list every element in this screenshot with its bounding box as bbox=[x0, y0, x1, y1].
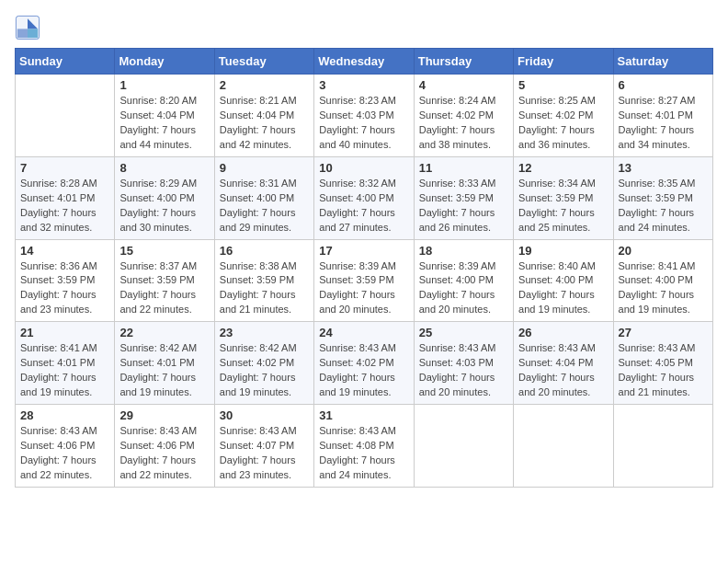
daylight-text: Daylight: 7 hours and 23 minutes. bbox=[20, 289, 97, 315]
logo bbox=[15, 15, 44, 40]
daylight-text: Daylight: 7 hours and 22 minutes. bbox=[119, 454, 196, 480]
day-info: Sunrise: 8:21 AMSunset: 4:04 PMDaylight:… bbox=[220, 94, 309, 153]
day-of-week-header: Tuesday bbox=[214, 49, 313, 75]
logo-icon bbox=[15, 15, 40, 40]
daylight-text: Daylight: 7 hours and 19 minutes. bbox=[319, 372, 395, 397]
daylight-text: Daylight: 7 hours and 29 minutes. bbox=[220, 207, 296, 233]
calendar-week-row: 14Sunrise: 8:36 AMSunset: 3:59 PMDayligh… bbox=[16, 239, 713, 322]
calendar-cell: 25Sunrise: 8:43 AMSunset: 4:03 PMDayligh… bbox=[414, 322, 513, 405]
day-info: Sunrise: 8:23 AMSunset: 4:03 PMDaylight:… bbox=[319, 94, 408, 153]
sunset-text: Sunset: 3:59 PM bbox=[220, 274, 294, 285]
calendar-cell: 8Sunrise: 8:29 AMSunset: 4:00 PMDaylight… bbox=[115, 156, 214, 239]
sunrise-text: Sunrise: 8:43 AM bbox=[518, 342, 596, 353]
svg-marker-3 bbox=[17, 29, 28, 38]
sunrise-text: Sunrise: 8:42 AM bbox=[220, 342, 297, 353]
calendar-cell: 10Sunrise: 8:32 AMSunset: 4:00 PMDayligh… bbox=[314, 156, 414, 239]
sunset-text: Sunset: 4:04 PM bbox=[119, 109, 194, 121]
daylight-text: Daylight: 7 hours and 20 minutes. bbox=[419, 289, 495, 315]
sunset-text: Sunset: 4:02 PM bbox=[518, 109, 593, 121]
sunset-text: Sunset: 3:59 PM bbox=[619, 192, 693, 203]
calendar-cell: 27Sunrise: 8:43 AMSunset: 4:05 PMDayligh… bbox=[613, 322, 712, 405]
day-info: Sunrise: 8:33 AMSunset: 3:59 PMDaylight:… bbox=[419, 177, 508, 236]
daylight-text: Daylight: 7 hours and 21 minutes. bbox=[619, 372, 695, 397]
daylight-text: Daylight: 7 hours and 19 minutes. bbox=[220, 372, 296, 397]
day-info: Sunrise: 8:35 AMSunset: 3:59 PMDaylight:… bbox=[619, 177, 708, 236]
day-number: 24 bbox=[319, 326, 408, 339]
sunset-text: Sunset: 4:04 PM bbox=[220, 109, 294, 121]
day-number: 4 bbox=[419, 78, 508, 92]
day-number: 3 bbox=[319, 78, 408, 92]
calendar-cell: 7Sunrise: 8:28 AMSunset: 4:01 PMDaylight… bbox=[16, 156, 115, 239]
sunrise-text: Sunrise: 8:42 AM bbox=[119, 342, 197, 353]
daylight-text: Daylight: 7 hours and 27 minutes. bbox=[319, 207, 395, 233]
calendar-cell: 22Sunrise: 8:42 AMSunset: 4:01 PMDayligh… bbox=[115, 322, 214, 405]
day-number: 27 bbox=[619, 326, 708, 339]
sunrise-text: Sunrise: 8:43 AM bbox=[319, 342, 396, 353]
day-info: Sunrise: 8:43 AMSunset: 4:05 PMDaylight:… bbox=[619, 341, 708, 400]
day-info: Sunrise: 8:29 AMSunset: 4:00 PMDaylight:… bbox=[119, 177, 209, 236]
day-info: Sunrise: 8:43 AMSunset: 4:07 PMDaylight:… bbox=[220, 424, 309, 483]
day-number: 18 bbox=[419, 244, 508, 258]
sunset-text: Sunset: 4:06 PM bbox=[119, 440, 194, 451]
calendar-cell: 18Sunrise: 8:39 AMSunset: 4:00 PMDayligh… bbox=[414, 239, 513, 322]
day-info: Sunrise: 8:43 AMSunset: 4:08 PMDaylight:… bbox=[319, 424, 408, 483]
day-number: 29 bbox=[119, 408, 209, 422]
sunrise-text: Sunrise: 8:34 AM bbox=[518, 178, 596, 189]
sunset-text: Sunset: 4:00 PM bbox=[319, 192, 393, 203]
day-number: 13 bbox=[619, 161, 708, 175]
calendar-header-row: SundayMondayTuesdayWednesdayThursdayFrid… bbox=[16, 49, 713, 75]
sunset-text: Sunset: 4:06 PM bbox=[20, 440, 95, 451]
day-number: 10 bbox=[319, 161, 408, 175]
calendar-cell: 17Sunrise: 8:39 AMSunset: 3:59 PMDayligh… bbox=[314, 239, 414, 322]
sunset-text: Sunset: 4:03 PM bbox=[419, 357, 494, 368]
daylight-text: Daylight: 7 hours and 21 minutes. bbox=[220, 289, 296, 315]
day-number: 28 bbox=[20, 408, 109, 422]
day-info: Sunrise: 8:36 AMSunset: 3:59 PMDaylight:… bbox=[20, 259, 109, 318]
daylight-text: Daylight: 7 hours and 19 minutes. bbox=[619, 289, 695, 315]
day-number: 23 bbox=[220, 326, 309, 339]
sunrise-text: Sunrise: 8:43 AM bbox=[220, 425, 297, 436]
sunset-text: Sunset: 4:00 PM bbox=[419, 274, 494, 285]
sunset-text: Sunset: 4:02 PM bbox=[319, 357, 393, 368]
sunrise-text: Sunrise: 8:20 AM bbox=[119, 95, 197, 106]
day-info: Sunrise: 8:28 AMSunset: 4:01 PMDaylight:… bbox=[20, 177, 109, 236]
sunset-text: Sunset: 4:00 PM bbox=[619, 274, 693, 285]
daylight-text: Daylight: 7 hours and 20 minutes. bbox=[319, 289, 395, 315]
sunrise-text: Sunrise: 8:43 AM bbox=[619, 342, 696, 353]
calendar-cell: 29Sunrise: 8:43 AMSunset: 4:06 PMDayligh… bbox=[115, 405, 214, 488]
sunset-text: Sunset: 4:01 PM bbox=[20, 357, 95, 368]
day-number: 17 bbox=[319, 244, 408, 258]
calendar-cell: 9Sunrise: 8:31 AMSunset: 4:00 PMDaylight… bbox=[214, 156, 313, 239]
day-number: 19 bbox=[518, 244, 608, 258]
day-info: Sunrise: 8:20 AMSunset: 4:04 PMDaylight:… bbox=[119, 94, 209, 153]
sunrise-text: Sunrise: 8:23 AM bbox=[319, 95, 396, 106]
sunrise-text: Sunrise: 8:24 AM bbox=[419, 95, 496, 106]
day-info: Sunrise: 8:43 AMSunset: 4:06 PMDaylight:… bbox=[119, 424, 209, 483]
calendar-week-row: 1Sunrise: 8:20 AMSunset: 4:04 PMDaylight… bbox=[16, 75, 713, 157]
day-of-week-header: Sunday bbox=[16, 49, 115, 75]
calendar-cell: 13Sunrise: 8:35 AMSunset: 3:59 PMDayligh… bbox=[613, 156, 712, 239]
calendar-cell: 1Sunrise: 8:20 AMSunset: 4:04 PMDaylight… bbox=[115, 75, 214, 157]
daylight-text: Daylight: 7 hours and 22 minutes. bbox=[20, 454, 97, 480]
page-header bbox=[15, 15, 713, 40]
day-number: 25 bbox=[419, 326, 508, 339]
sunset-text: Sunset: 4:03 PM bbox=[319, 109, 393, 121]
calendar-cell: 6Sunrise: 8:27 AMSunset: 4:01 PMDaylight… bbox=[613, 75, 712, 157]
calendar-week-row: 21Sunrise: 8:41 AMSunset: 4:01 PMDayligh… bbox=[16, 322, 713, 405]
daylight-text: Daylight: 7 hours and 44 minutes. bbox=[119, 124, 196, 150]
day-info: Sunrise: 8:39 AMSunset: 3:59 PMDaylight:… bbox=[319, 259, 408, 318]
sunset-text: Sunset: 4:00 PM bbox=[119, 192, 194, 203]
day-of-week-header: Thursday bbox=[414, 49, 513, 75]
day-info: Sunrise: 8:37 AMSunset: 3:59 PMDaylight:… bbox=[119, 259, 209, 318]
day-number: 2 bbox=[220, 78, 309, 92]
daylight-text: Daylight: 7 hours and 24 minutes. bbox=[319, 454, 395, 480]
day-of-week-header: Friday bbox=[514, 49, 613, 75]
sunrise-text: Sunrise: 8:21 AM bbox=[220, 95, 297, 106]
calendar-cell: 30Sunrise: 8:43 AMSunset: 4:07 PMDayligh… bbox=[214, 405, 313, 488]
calendar-cell: 23Sunrise: 8:42 AMSunset: 4:02 PMDayligh… bbox=[214, 322, 313, 405]
calendar-cell: 15Sunrise: 8:37 AMSunset: 3:59 PMDayligh… bbox=[115, 239, 214, 322]
day-number: 7 bbox=[20, 161, 109, 175]
daylight-text: Daylight: 7 hours and 25 minutes. bbox=[518, 207, 595, 233]
daylight-text: Daylight: 7 hours and 19 minutes. bbox=[20, 372, 97, 397]
day-info: Sunrise: 8:39 AMSunset: 4:00 PMDaylight:… bbox=[419, 259, 508, 318]
